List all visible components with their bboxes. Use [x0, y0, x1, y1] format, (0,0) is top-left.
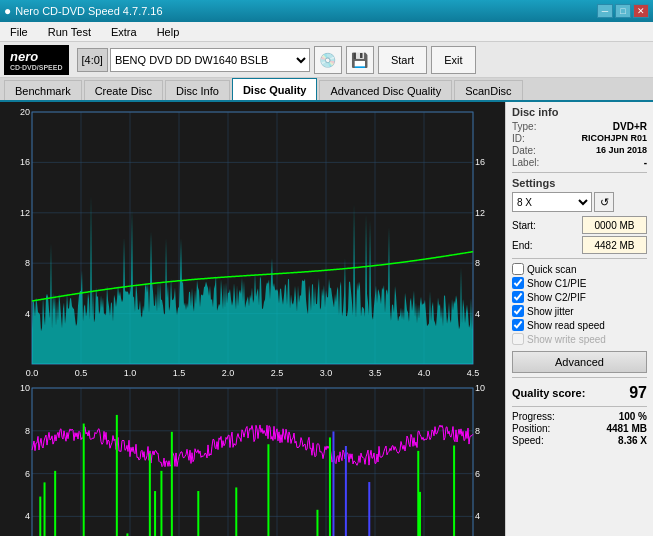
- exit-button[interactable]: Exit: [431, 46, 475, 74]
- tab-bar: Benchmark Create Disc Disc Info Disc Qua…: [0, 78, 653, 102]
- progress-row: Progress: 100 %: [512, 411, 647, 422]
- disc-type-value: DVD+R: [613, 121, 647, 132]
- disc-date-row: Date: 16 Jun 2018: [512, 145, 647, 156]
- quality-score-label: Quality score:: [512, 387, 585, 399]
- title-bar: ● Nero CD-DVD Speed 4.7.7.16 ─ □ ✕: [0, 0, 653, 22]
- start-button[interactable]: Start: [378, 46, 427, 74]
- menu-extra[interactable]: Extra: [105, 22, 143, 42]
- main-content: PI Errors Average: 1.26 Maximum: 11 Tota…: [0, 102, 653, 536]
- app-title: Nero CD-DVD Speed 4.7.7.16: [15, 5, 162, 17]
- position-label: Position:: [512, 423, 550, 434]
- advanced-button[interactable]: Advanced: [512, 351, 647, 373]
- disc-date-label: Date:: [512, 145, 536, 156]
- pie-chart: [4, 106, 501, 380]
- chart-area: [0, 102, 505, 536]
- save-icon-button[interactable]: 💾: [346, 46, 374, 74]
- disc-label-value: -: [644, 157, 647, 168]
- disc-id-label: ID:: [512, 133, 525, 144]
- disc-date-value: 16 Jun 2018: [596, 145, 647, 156]
- quality-score-value: 97: [629, 384, 647, 402]
- speed-select[interactable]: 8 X: [512, 192, 592, 212]
- progress-label: Progress:: [512, 411, 555, 422]
- quick-scan-row: Quick scan: [512, 263, 647, 275]
- show-c2pif-label: Show C2/PIF: [527, 292, 586, 303]
- position-row: Position: 4481 MB: [512, 423, 647, 434]
- menu-help[interactable]: Help: [151, 22, 186, 42]
- right-panel: Disc info Type: DVD+R ID: RICOHJPN R01 D…: [505, 102, 653, 536]
- speed-row-progress: Speed: 8.36 X: [512, 435, 647, 446]
- minimize-button[interactable]: ─: [597, 4, 613, 18]
- show-read-speed-checkbox[interactable]: [512, 319, 524, 331]
- tab-benchmark[interactable]: Benchmark: [4, 80, 82, 100]
- nero-logo: neroCD·DVD/SPEED: [4, 45, 69, 75]
- speed-row: 8 X ↺: [512, 192, 647, 212]
- tab-disc-info[interactable]: Disc Info: [165, 80, 230, 100]
- maximize-button[interactable]: □: [615, 4, 631, 18]
- start-mb-label: Start:: [512, 220, 536, 231]
- show-c2pif-checkbox[interactable]: [512, 291, 524, 303]
- drive-label: [4:0]: [77, 48, 108, 72]
- show-write-speed-label: Show write speed: [527, 334, 606, 345]
- disc-type-row: Type: DVD+R: [512, 121, 647, 132]
- disc-id-value: RICOHJPN R01: [581, 133, 647, 144]
- disc-icon-button[interactable]: 💿: [314, 46, 342, 74]
- show-read-speed-row: Show read speed: [512, 319, 647, 331]
- refresh-button[interactable]: ↺: [594, 192, 614, 212]
- close-button[interactable]: ✕: [633, 4, 649, 18]
- show-write-speed-row: Show write speed: [512, 333, 647, 345]
- settings-title: Settings: [512, 177, 647, 189]
- menu-file[interactable]: File: [4, 22, 34, 42]
- menu-run-test[interactable]: Run Test: [42, 22, 97, 42]
- quality-score-row: Quality score: 97: [512, 384, 647, 402]
- disc-info-title: Disc info: [512, 106, 647, 118]
- quick-scan-label: Quick scan: [527, 264, 576, 275]
- show-read-speed-label: Show read speed: [527, 320, 605, 331]
- show-c1pie-label: Show C1/PIE: [527, 278, 586, 289]
- menu-bar: File Run Test Extra Help: [0, 22, 653, 42]
- disc-id-row: ID: RICOHJPN R01: [512, 133, 647, 144]
- speed-label: Speed:: [512, 435, 544, 446]
- drive-selector: [4:0] BENQ DVD DD DW1640 BSLB: [77, 48, 310, 72]
- speed-value: 8.36 X: [618, 435, 647, 446]
- tab-disc-quality[interactable]: Disc Quality: [232, 78, 318, 100]
- show-write-speed-checkbox: [512, 333, 524, 345]
- end-mb-label: End:: [512, 240, 533, 251]
- window-controls[interactable]: ─ □ ✕: [597, 4, 649, 18]
- show-jitter-checkbox[interactable]: [512, 305, 524, 317]
- progress-value: 100 %: [619, 411, 647, 422]
- position-value: 4481 MB: [606, 423, 647, 434]
- start-mb-input[interactable]: [582, 216, 647, 234]
- title-bar-left: ● Nero CD-DVD Speed 4.7.7.16: [4, 4, 163, 18]
- show-jitter-row: Show jitter: [512, 305, 647, 317]
- toolbar: neroCD·DVD/SPEED [4:0] BENQ DVD DD DW164…: [0, 42, 653, 78]
- tab-create-disc[interactable]: Create Disc: [84, 80, 163, 100]
- pif-chart: [4, 382, 501, 536]
- start-mb-row: Start:: [512, 216, 647, 234]
- end-mb-input[interactable]: [582, 236, 647, 254]
- disc-label-row: Label: -: [512, 157, 647, 168]
- disc-label-label: Label:: [512, 157, 539, 168]
- tab-advanced-disc-quality[interactable]: Advanced Disc Quality: [319, 80, 452, 100]
- disc-type-label: Type:: [512, 121, 536, 132]
- end-mb-row: End:: [512, 236, 647, 254]
- tab-scan-disc[interactable]: ScanDisc: [454, 80, 522, 100]
- show-c1pie-checkbox[interactable]: [512, 277, 524, 289]
- drive-select[interactable]: BENQ DVD DD DW1640 BSLB: [110, 48, 310, 72]
- show-jitter-label: Show jitter: [527, 306, 574, 317]
- show-c2pif-row: Show C2/PIF: [512, 291, 647, 303]
- quick-scan-checkbox[interactable]: [512, 263, 524, 275]
- show-c1pie-row: Show C1/PIE: [512, 277, 647, 289]
